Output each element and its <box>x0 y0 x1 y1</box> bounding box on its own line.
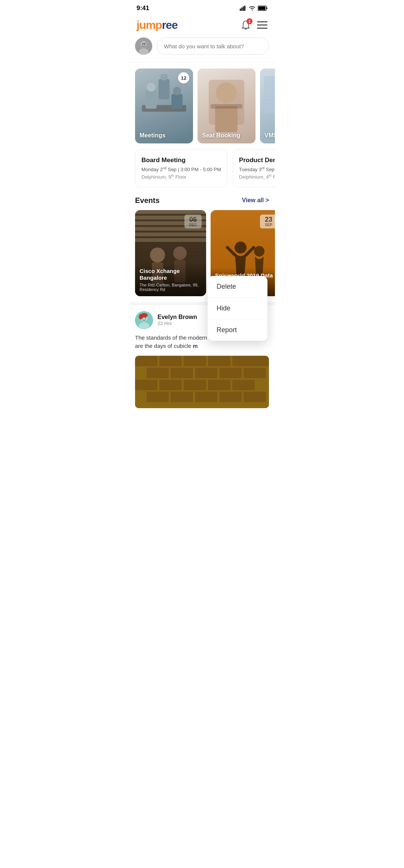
svg-point-62 <box>145 317 146 318</box>
user-avatar[interactable] <box>135 37 152 55</box>
svg-rect-67 <box>159 356 182 366</box>
svg-point-35 <box>150 248 165 262</box>
svg-rect-7 <box>257 21 267 22</box>
menu-button[interactable] <box>257 21 267 29</box>
svg-rect-25 <box>211 104 242 109</box>
svg-rect-39 <box>135 210 206 214</box>
cisco-event-location: The Ritz-Carlton, Bangalore, 99, Residen… <box>140 283 202 292</box>
svg-point-49 <box>254 246 264 257</box>
avatar-image <box>135 37 152 55</box>
svg-rect-74 <box>195 368 217 378</box>
meetings-count: 12 <box>178 72 189 84</box>
svg-rect-86 <box>244 392 266 402</box>
svg-rect-71 <box>255 356 269 366</box>
svg-rect-66 <box>135 356 157 366</box>
svg-point-37 <box>173 246 187 260</box>
vms-label: VMS <box>264 132 275 139</box>
svg-point-4 <box>252 9 253 10</box>
svg-rect-75 <box>219 368 242 378</box>
svg-rect-9 <box>257 28 267 29</box>
signal-icon <box>240 6 247 11</box>
meeting-title-board: Board Meeting <box>141 157 221 164</box>
meeting-location-board: Delphinium, 9th Floor <box>141 174 221 180</box>
svg-rect-0 <box>240 9 241 11</box>
svg-rect-78 <box>159 380 182 390</box>
svg-rect-18 <box>171 94 183 109</box>
battery-icon <box>258 6 267 11</box>
svg-rect-68 <box>184 356 206 366</box>
meeting-card-product[interactable]: Product Demo .. Tuesday 3rd Sep | 12:40 … <box>233 149 275 187</box>
notification-bell[interactable]: 1 <box>241 20 251 30</box>
svg-point-21 <box>173 87 181 95</box>
svg-rect-81 <box>232 380 255 390</box>
svg-rect-44 <box>135 238 206 242</box>
meetings-scroll[interactable]: Board Meeting Monday 2nd Sep | 3:00 PM -… <box>129 149 275 193</box>
svg-rect-6 <box>258 7 266 10</box>
svg-rect-77 <box>135 380 157 390</box>
hamburger-icon <box>257 21 267 29</box>
svg-rect-69 <box>208 356 230 366</box>
context-menu: Delete Hide Report <box>208 276 267 341</box>
categories-scroll[interactable]: 12 Meetings Seat Booking <box>129 69 275 149</box>
post-image <box>135 356 269 408</box>
svg-rect-42 <box>135 227 206 231</box>
meeting-time-product: Tuesday 3rd Sep | 12:40 PM <box>239 166 275 172</box>
svg-rect-3 <box>244 6 245 11</box>
search-row <box>129 37 275 62</box>
svg-rect-72 <box>146 368 169 378</box>
svg-rect-1 <box>241 7 242 11</box>
svg-rect-40 <box>135 216 206 219</box>
svg-point-13 <box>142 43 144 45</box>
meeting-title-product: Product Demo .. <box>239 157 275 164</box>
seat-booking-label: Seat Booking <box>202 132 240 139</box>
meetings-label: Meetings <box>140 132 165 139</box>
divider-1 <box>129 62 275 63</box>
svg-point-46 <box>235 242 247 254</box>
status-bar: 9:41 <box>129 0 275 15</box>
logo-ree-text: ree <box>162 19 178 31</box>
svg-rect-70 <box>232 356 255 366</box>
context-menu-report[interactable]: Report <box>208 319 267 341</box>
svg-rect-43 <box>135 233 206 236</box>
notification-count: 1 <box>247 18 252 24</box>
status-icons <box>240 6 267 11</box>
svg-rect-2 <box>243 6 244 11</box>
context-menu-hide[interactable]: Hide <box>208 298 267 319</box>
svg-rect-41 <box>135 221 206 225</box>
context-menu-delete[interactable]: Delete <box>208 276 267 298</box>
meeting-location-product: Delphinium, 4th Floor <box>239 174 275 180</box>
category-card-meetings[interactable]: 12 Meetings <box>135 69 193 143</box>
svg-rect-16 <box>146 90 157 109</box>
meeting-card-board[interactable]: Board Meeting Monday 2nd Sep | 3:00 PM -… <box>135 149 227 187</box>
svg-point-23 <box>216 82 237 103</box>
meeting-time-board: Monday 2nd Sep | 3:00 PM - 5:00 PM <box>141 166 221 172</box>
post-author-avatar <box>135 311 153 329</box>
svg-point-64 <box>139 314 143 319</box>
events-section-title: Events <box>135 196 160 205</box>
svg-rect-17 <box>159 79 170 100</box>
svg-rect-26 <box>264 76 275 113</box>
svg-rect-73 <box>171 368 193 378</box>
status-time: 9:41 <box>137 4 149 12</box>
svg-rect-83 <box>171 392 193 402</box>
svg-rect-82 <box>146 392 169 402</box>
search-input[interactable] <box>157 37 269 55</box>
events-section-header: Events View all > <box>129 193 275 210</box>
logo-jump-text: jump <box>137 19 162 31</box>
svg-rect-76 <box>244 368 266 378</box>
svg-point-19 <box>147 83 156 92</box>
event-card-cisco[interactable]: 06 DEC Cisco Xchange Bangalore The <box>135 210 206 296</box>
category-card-seat-booking[interactable]: Seat Booking <box>198 69 255 143</box>
post-more-link[interactable]: m <box>193 343 198 349</box>
wifi-icon <box>249 6 255 11</box>
app-logo: jumpree <box>137 19 178 31</box>
app-header: jumpree 1 <box>129 15 275 37</box>
cisco-event-name: Cisco Xchange Bangalore <box>140 268 202 281</box>
svg-rect-24 <box>215 106 238 132</box>
events-view-all[interactable]: View all > <box>242 197 269 204</box>
svg-rect-85 <box>219 392 242 402</box>
svg-rect-79 <box>184 380 206 390</box>
svg-rect-8 <box>257 25 267 26</box>
category-card-vms[interactable]: 2 VMS <box>260 69 275 143</box>
svg-rect-84 <box>195 392 217 402</box>
